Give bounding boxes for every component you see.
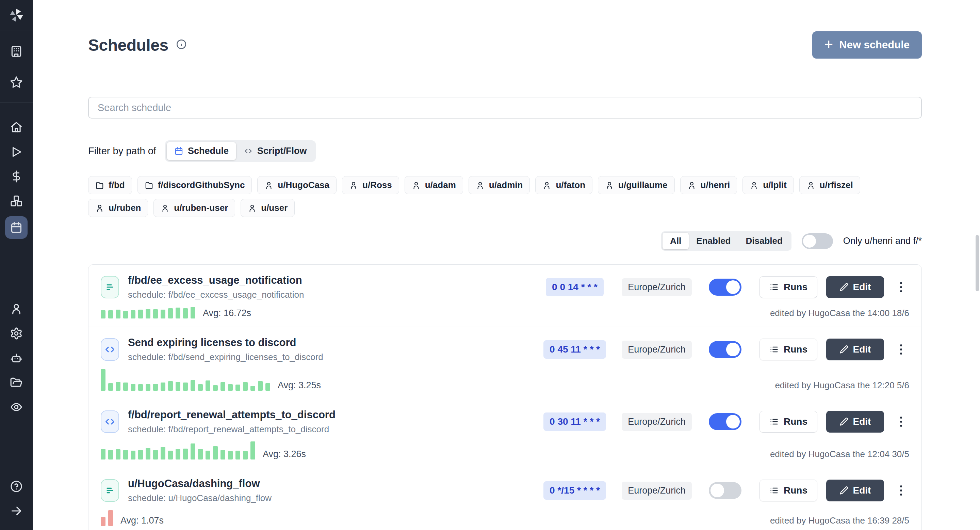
run-duration-bar xyxy=(130,384,135,391)
run-duration-bar xyxy=(191,380,195,391)
schedule-path: schedule: f/bd/ee_excess_usage_notificat… xyxy=(128,289,527,300)
divider xyxy=(0,102,33,103)
schedule-name[interactable]: Send expiring licenses to discord xyxy=(128,337,527,349)
schedule-row: f/bd/ee_excess_usage_notification schedu… xyxy=(89,265,921,327)
tab-disabled[interactable]: Disabled xyxy=(738,233,790,249)
user-icon xyxy=(248,204,256,212)
cron-badge: 0 0 14 * * * xyxy=(546,278,604,296)
help-icon[interactable] xyxy=(0,474,33,499)
toggle-script-flow[interactable]: Script/Flow xyxy=(236,142,314,160)
edit-button[interactable]: Edit xyxy=(826,480,884,501)
schedule-name[interactable]: f/bd/report_renewal_attempts_to_discord xyxy=(128,409,527,421)
enabled-toggle[interactable] xyxy=(709,482,741,499)
search-input[interactable] xyxy=(88,97,922,118)
path-chip[interactable]: u/ruben-user xyxy=(153,199,235,217)
path-chip[interactable]: u/Ross xyxy=(342,176,399,194)
timezone-badge: Europe/Zurich xyxy=(622,278,692,296)
user-icon xyxy=(542,181,551,190)
path-chip[interactable]: u/guillaume xyxy=(598,176,675,194)
filter-row: Filter by path of Schedule Script/Flow xyxy=(88,140,922,162)
path-chip[interactable]: f/bd xyxy=(88,176,132,194)
only-henri-toggle[interactable] xyxy=(802,233,833,249)
schedule-name[interactable]: f/bd/ee_excess_usage_notification xyxy=(128,274,527,286)
runs-button[interactable]: Runs xyxy=(759,480,817,501)
run-duration-bar xyxy=(176,308,180,318)
favorites-star-icon[interactable] xyxy=(0,70,33,94)
schedule-info[interactable]: Send expiring licenses to discord schedu… xyxy=(128,337,527,362)
path-chip[interactable]: u/admin xyxy=(469,176,530,194)
calendar-icon xyxy=(174,147,183,156)
tab-all[interactable]: All xyxy=(662,233,689,249)
edited-by: edited by HugoCasa the 16:39 28/5 xyxy=(770,516,909,526)
run-duration-bar xyxy=(138,450,143,460)
run-duration-bar xyxy=(191,307,195,318)
script-kind-icon xyxy=(101,410,119,433)
cron-badge: 0 45 11 * * * xyxy=(543,340,606,359)
collapse-arrow-icon[interactable] xyxy=(0,499,33,523)
flow-kind-icon xyxy=(101,479,119,502)
run-duration-bar xyxy=(123,383,128,391)
info-icon[interactable] xyxy=(176,39,187,51)
schedule-name[interactable]: u/HugoCasa/dashing_flow xyxy=(128,477,527,490)
runs-button[interactable]: Runs xyxy=(759,411,817,433)
settings-gear-icon[interactable] xyxy=(0,321,33,346)
path-chip[interactable]: u/rfiszel xyxy=(799,176,860,194)
schedule-info[interactable]: u/HugoCasa/dashing_flow schedule: u/Hugo… xyxy=(128,477,527,503)
schedule-info[interactable]: f/bd/report_renewal_attempts_to_discord … xyxy=(128,409,527,435)
avg-duration: Avg: 1.07s xyxy=(121,516,164,526)
past-runs-chart[interactable] xyxy=(101,307,195,318)
path-chip[interactable]: u/adam xyxy=(404,176,463,194)
path-chip[interactable]: f/discordGithubSync xyxy=(137,176,252,194)
folders-icon[interactable] xyxy=(0,370,33,395)
audit-eye-icon[interactable] xyxy=(0,395,33,419)
toggle-schedule[interactable]: Schedule xyxy=(167,142,236,160)
schedules-calendar-icon[interactable] xyxy=(0,213,33,242)
runs-button[interactable]: Runs xyxy=(759,338,817,360)
path-chip[interactable]: u/ruben xyxy=(88,199,148,217)
path-chip[interactable]: u/henri xyxy=(680,176,737,194)
enabled-toggle[interactable] xyxy=(709,413,741,430)
workers-robot-icon[interactable] xyxy=(0,346,33,370)
user-icon[interactable] xyxy=(0,297,33,321)
variables-dollar-icon[interactable] xyxy=(0,164,33,189)
scrollbar-thumb[interactable] xyxy=(975,235,979,291)
run-duration-bar xyxy=(250,386,255,391)
edit-button[interactable]: Edit xyxy=(826,276,884,298)
run-duration-bar xyxy=(198,384,203,391)
enabled-toggle[interactable] xyxy=(709,341,741,358)
code-icon xyxy=(105,416,115,427)
schedule-info[interactable]: f/bd/ee_excess_usage_notification schedu… xyxy=(128,274,527,300)
run-duration-bar xyxy=(161,310,165,318)
tab-enabled[interactable]: Enabled xyxy=(689,233,738,249)
run-duration-bar xyxy=(191,444,195,460)
page-header: Schedules + New schedule xyxy=(88,31,922,59)
run-duration-bar xyxy=(250,441,255,460)
past-runs-chart[interactable] xyxy=(101,369,270,391)
workspace-icon[interactable] xyxy=(0,39,33,64)
code-icon xyxy=(105,344,115,355)
run-duration-bar xyxy=(228,384,233,391)
path-chip[interactable]: u/HugoCasa xyxy=(257,176,337,194)
enabled-toggle[interactable] xyxy=(709,279,741,296)
past-runs-chart[interactable] xyxy=(101,441,255,460)
runs-play-icon[interactable] xyxy=(0,140,33,164)
resources-boxes-icon[interactable] xyxy=(0,189,33,213)
edit-button[interactable]: Edit xyxy=(826,338,884,360)
more-options-kebab[interactable] xyxy=(898,483,904,498)
more-options-kebab[interactable] xyxy=(898,342,904,357)
past-runs-chart[interactable] xyxy=(101,510,113,526)
list-icon xyxy=(769,417,779,426)
windmill-logo[interactable] xyxy=(0,0,33,31)
more-options-kebab[interactable] xyxy=(898,280,904,294)
run-duration-bar xyxy=(168,308,173,318)
runs-button[interactable]: Runs xyxy=(759,276,817,298)
path-chip[interactable]: u/lplit xyxy=(743,176,794,194)
home-icon[interactable] xyxy=(0,115,33,140)
path-chip[interactable]: u/user xyxy=(240,199,295,217)
new-schedule-button[interactable]: + New schedule xyxy=(812,31,922,59)
status-tabs: All Enabled Disabled xyxy=(661,231,791,251)
path-chip[interactable]: u/faton xyxy=(535,176,592,194)
more-options-kebab[interactable] xyxy=(898,415,904,429)
run-duration-bar xyxy=(266,383,270,391)
edit-button[interactable]: Edit xyxy=(826,411,884,433)
